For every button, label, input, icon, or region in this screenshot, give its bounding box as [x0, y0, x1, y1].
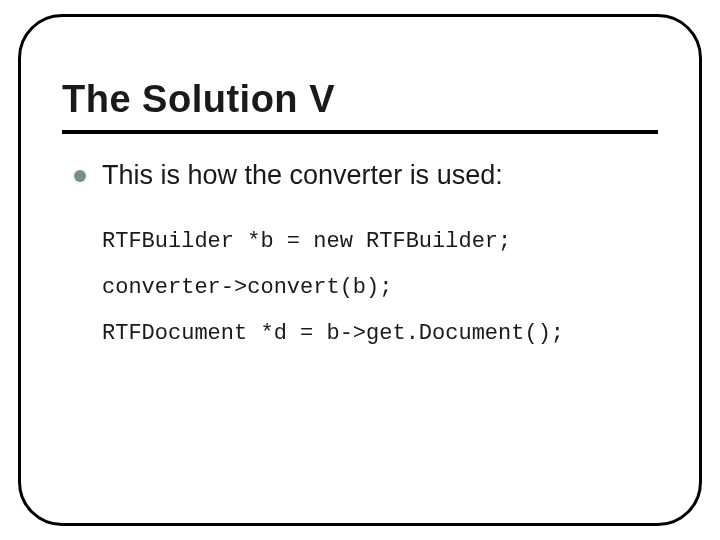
title-underline [62, 130, 658, 134]
code-line-2: converter->convert(b); [102, 275, 392, 300]
slide-title: The Solution V [62, 78, 335, 121]
bullet-item: This is how the converter is used: [74, 160, 650, 191]
bullet-dot-icon [74, 170, 86, 182]
slide-body: This is how the converter is used: RTFBu… [74, 160, 650, 358]
bullet-text: This is how the converter is used: [102, 160, 503, 191]
code-line-1: RTFBuilder *b = new RTFBuilder; [102, 229, 511, 254]
code-block: RTFBuilder *b = new RTFBuilder; converte… [102, 219, 650, 358]
slide: The Solution V This is how the converter… [0, 0, 720, 540]
code-line-3: RTFDocument *d = b->get.Document(); [102, 321, 564, 346]
